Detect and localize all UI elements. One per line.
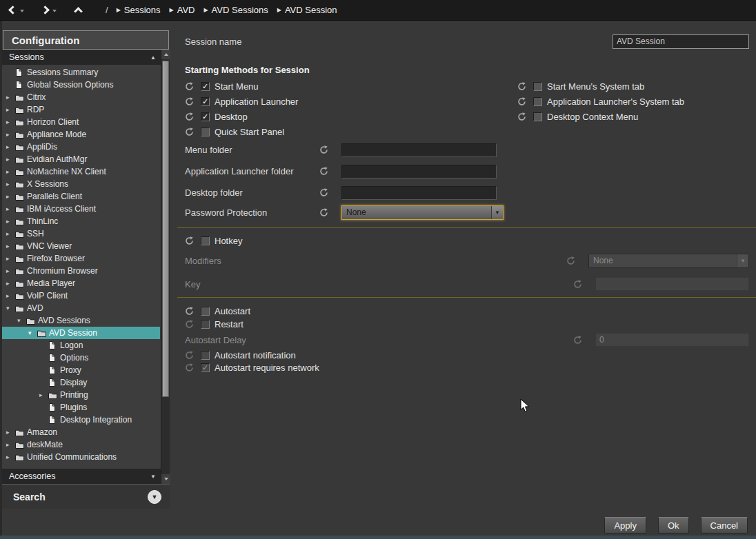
expand-arrow-icon[interactable]: ▸ — [6, 128, 15, 141]
reset-icon[interactable] — [185, 128, 194, 136]
forward-icon[interactable] — [41, 6, 50, 14]
reset-icon[interactable] — [319, 167, 328, 176]
scroll-down-icon[interactable] — [161, 474, 170, 484]
start-menu-s-system-tab-checkbox[interactable] — [533, 82, 542, 91]
tree-item-logon[interactable]: Logon — [2, 339, 160, 352]
back-icon[interactable] — [8, 6, 17, 14]
cancel-button[interactable]: Cancel — [701, 517, 748, 533]
reset-icon[interactable] — [517, 112, 526, 121]
reset-icon[interactable] — [319, 145, 328, 154]
tree-item-avd[interactable]: ▾AVD — [2, 302, 160, 314]
sidebar-section-accessories[interactable]: Accessories ▼ — [2, 469, 170, 484]
reset-icon[interactable] — [185, 82, 194, 91]
tree-item-vnc-viewer[interactable]: ▸VNC Viewer — [2, 240, 160, 252]
reset-icon[interactable] — [185, 307, 194, 316]
expand-arrow-icon[interactable]: ▸ — [6, 227, 15, 240]
tree-item-avd-sessions[interactable]: ▾AVD Sessions — [2, 314, 160, 327]
breadcrumb-item-avd-session[interactable]: ▶AVD Session — [277, 5, 337, 15]
sidebar-section-sessions[interactable]: Sessions ▲ — [2, 50, 170, 65]
desktop-checkbox[interactable]: ✓ — [201, 112, 210, 121]
expand-arrow-icon[interactable]: ▸ — [6, 153, 15, 165]
reset-icon[interactable] — [185, 236, 194, 245]
autostart-checkbox[interactable] — [201, 307, 210, 316]
expand-arrow-icon[interactable]: ▸ — [6, 165, 15, 178]
expand-arrow-icon[interactable]: ▸ — [6, 190, 15, 203]
breadcrumb-item-avd[interactable]: ▶AVD — [170, 5, 195, 15]
breadcrumb-item-sessions[interactable]: ▶Sessions — [117, 5, 161, 15]
tree-scrollbar[interactable] — [161, 50, 170, 484]
tree-item-deskmate[interactable]: ▸deskMate — [2, 438, 160, 451]
scroll-up-icon[interactable] — [161, 50, 170, 59]
expand-arrow-icon[interactable]: ▸ — [6, 103, 15, 116]
expand-arrow-icon[interactable]: ▸ — [6, 141, 15, 153]
session-name-input[interactable] — [613, 34, 749, 49]
up-level-icon[interactable] — [74, 7, 83, 16]
expand-arrow-icon[interactable]: ▸ — [6, 203, 15, 215]
tree-item-parallels-client[interactable]: ▸Parallels Client — [2, 190, 160, 203]
tree-item-options[interactable]: Options — [2, 352, 160, 364]
tree-item-x-sessions[interactable]: ▸X Sessions — [2, 178, 160, 190]
search-expand-icon[interactable]: ▼ — [148, 490, 161, 504]
tree-item-firefox-browser[interactable]: ▸Firefox Browser — [2, 252, 160, 265]
tree-item-thinlinc[interactable]: ▸ThinLinc — [2, 215, 160, 227]
sidebar-section-search[interactable]: Search ▼ — [2, 484, 170, 509]
tree-item-amazon[interactable]: ▸Amazon — [2, 426, 160, 438]
reset-icon[interactable] — [319, 188, 328, 197]
tree-item-ibm-iaccess-client[interactable]: ▸IBM iAccess Client — [2, 203, 160, 215]
tree-item-proxy[interactable]: Proxy — [2, 364, 160, 376]
reset-icon[interactable] — [517, 97, 526, 106]
tree-item-applidis[interactable]: ▸AppliDis — [2, 141, 160, 153]
hotkey-checkbox[interactable] — [201, 236, 210, 245]
quick-start-panel-checkbox[interactable] — [201, 128, 210, 136]
expand-arrow-icon[interactable]: ▸ — [6, 178, 15, 190]
tree-item-voip-client[interactable]: ▸VoIP Client — [2, 289, 160, 302]
application-launcher-s-system-tab-checkbox[interactable] — [533, 97, 542, 106]
tree-item-chromium-browser[interactable]: ▸Chromium Browser — [2, 265, 160, 277]
application-launcher-checkbox[interactable]: ✓ — [201, 97, 210, 106]
expand-arrow-icon[interactable]: ▸ — [6, 438, 15, 451]
expand-arrow-icon[interactable]: ▸ — [6, 277, 15, 289]
expand-arrow-icon[interactable]: ▸ — [39, 389, 48, 401]
tree-item-evidian-authmgr[interactable]: ▸Evidian AuthMgr — [2, 153, 160, 165]
expand-arrow-icon[interactable]: ▸ — [6, 215, 15, 227]
desktop-folder-input[interactable] — [341, 186, 497, 200]
reset-icon[interactable] — [185, 112, 194, 121]
tree-item-global-session-options[interactable]: Global Session Options — [2, 79, 160, 91]
dropdown-arrow-icon[interactable]: ▼ — [491, 206, 503, 219]
password-protection-select[interactable]: None ▼ — [341, 205, 504, 220]
tree-item-display[interactable]: Display — [2, 376, 160, 389]
application-launcher-folder-input[interactable] — [341, 165, 497, 179]
desktop-context-menu-checkbox[interactable] — [533, 112, 542, 121]
expand-arrow-icon[interactable]: ▸ — [6, 240, 15, 252]
ok-button[interactable]: Ok — [658, 517, 689, 533]
expand-arrow-icon[interactable]: ▸ — [6, 265, 15, 277]
expand-arrow-icon[interactable]: ▸ — [6, 91, 15, 103]
expand-arrow-icon[interactable]: ▸ — [6, 116, 15, 128]
tree-item-desktop-integration[interactable]: Desktop Integration — [2, 414, 160, 426]
breadcrumb-item-avd-sessions[interactable]: ▶AVD Sessions — [203, 5, 268, 15]
start-menu-checkbox[interactable]: ✓ — [201, 82, 210, 91]
tree-item-plugins[interactable]: Plugins — [2, 401, 160, 414]
tree-item-media-player[interactable]: ▸Media Player — [2, 277, 160, 289]
tree-item-citrix[interactable]: ▸Citrix — [2, 91, 160, 103]
expand-arrow-icon[interactable]: ▸ — [6, 451, 15, 463]
expand-arrow-icon[interactable]: ▾ — [28, 327, 37, 339]
forward-history-caret-icon[interactable] — [52, 10, 57, 12]
expand-arrow-icon[interactable]: ▸ — [6, 252, 15, 265]
tree-item-avd-session[interactable]: ▾AVD Session — [2, 327, 160, 339]
tree-item-unified-communications[interactable]: ▸Unified Communications — [2, 451, 160, 463]
back-history-caret-icon[interactable] — [20, 10, 24, 12]
reset-icon[interactable] — [319, 208, 328, 217]
tree-item-nomachine-nx-client[interactable]: ▸NoMachine NX Client — [2, 165, 160, 178]
tree-item-horizon-client[interactable]: ▸Horizon Client — [2, 116, 160, 128]
tree-item-printing[interactable]: ▸Printing — [2, 389, 160, 401]
reset-icon[interactable] — [517, 82, 526, 91]
expand-arrow-icon[interactable]: ▾ — [17, 314, 26, 327]
tree-item-rdp[interactable]: ▸RDP — [2, 103, 160, 116]
apply-button[interactable]: Apply — [604, 517, 646, 533]
tree-item-ssh[interactable]: ▸SSH — [2, 227, 160, 240]
reset-icon[interactable] — [185, 97, 194, 106]
menu-folder-input[interactable] — [341, 143, 497, 157]
tree-item-appliance-mode[interactable]: ▸Appliance Mode — [2, 128, 160, 141]
expand-arrow-icon[interactable]: ▸ — [6, 426, 15, 438]
